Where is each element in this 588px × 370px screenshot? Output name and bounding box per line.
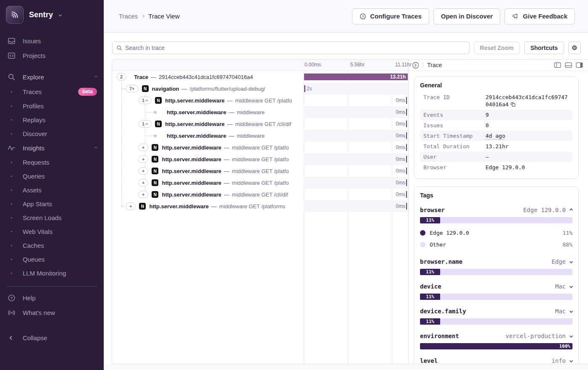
breadcrumb-traces-link[interactable]: Traces	[119, 13, 138, 20]
expand-toggle[interactable]: 7+	[126, 85, 139, 92]
expand-toggle[interactable]: +	[138, 155, 148, 163]
span-timeline-cell[interactable]: 0ms	[304, 200, 408, 212]
sidebar-item-assets[interactable]: Assets	[0, 183, 104, 197]
trace-tree-row[interactable]: +Nhttp.server.middleware—middleware GET …	[112, 153, 408, 165]
span-row-label[interactable]: http.server.middleware—middleware	[112, 130, 304, 142]
sidebar-item-requests[interactable]: Requests	[0, 155, 104, 169]
sidebar-item-app-starts[interactable]: App Starts	[0, 197, 104, 211]
sidebar-item-replays[interactable]: Replays	[0, 113, 104, 127]
expand-toggle[interactable]: +	[138, 167, 148, 175]
span-duration-bar[interactable]	[406, 97, 407, 104]
span-duration-bar[interactable]	[406, 156, 407, 163]
trace-tree-row[interactable]: http.server.middleware—middleware0ms	[112, 130, 408, 142]
span-row-label[interactable]: +Nhttp.server.middleware—middleware GET …	[112, 200, 304, 212]
trace-tree-row[interactable]: +Nhttp.server.middleware—middleware GET …	[112, 142, 408, 153]
trace-tree-row[interactable]: +Nhttp.server.middleware—middleware GET …	[112, 165, 408, 177]
span-timeline-cell[interactable]: 0ms	[304, 106, 408, 118]
sidebar-item-projects[interactable]: Projects	[0, 48, 104, 63]
span-row-label[interactable]: 1Nhttp.server.middleware—middleware GET …	[112, 94, 304, 106]
trace-tree-row[interactable]: +Nhttp.server.middleware—middleware GET …	[112, 189, 408, 200]
tag-header[interactable]: deviceMac	[420, 283, 572, 290]
span-row-label[interactable]: +Nhttp.server.middleware—middleware GET …	[112, 177, 304, 189]
trace-tree-row[interactable]: +Nhttp.server.middleware—middleware GET …	[112, 200, 408, 212]
span-row-label[interactable]: +Nhttp.server.middleware—middleware GET …	[112, 189, 304, 200]
span-duration-bar[interactable]	[304, 85, 305, 92]
span-timeline-cell[interactable]: 2s	[304, 83, 408, 94]
shortcuts-button[interactable]: Shortcuts	[524, 42, 564, 54]
span-duration-bar[interactable]	[406, 144, 407, 151]
dock-left-icon[interactable]	[554, 62, 561, 68]
tag-header[interactable]: browser.nameEdge	[420, 258, 572, 265]
tag-distribution-bar[interactable]: 11%	[420, 294, 572, 300]
expand-toggle[interactable]: 1	[138, 120, 152, 128]
sidebar-item-what-s-new[interactable]: What's new	[0, 305, 104, 320]
dock-bottom-icon[interactable]	[565, 62, 572, 68]
give-feedback-button[interactable]: Give Feedback	[504, 8, 575, 24]
span-timeline-cell[interactable]: 0ms	[304, 165, 408, 177]
span-row-label[interactable]: http.server.middleware—middleware	[112, 106, 304, 118]
span-timeline-cell[interactable]: 13.21h	[304, 71, 408, 83]
sidebar-item-help[interactable]: ?Help	[0, 291, 104, 305]
sidebar-item-queues[interactable]: Queues	[0, 252, 104, 266]
open-in-discover-button[interactable]: Open in Discover	[433, 8, 500, 24]
sidebar-item-profiles[interactable]: Profiles	[0, 99, 104, 113]
configure-traces-button[interactable]: ?Configure Traces	[352, 8, 429, 24]
expand-toggle[interactable]: +	[138, 179, 148, 186]
expand-toggle[interactable]: +	[138, 144, 148, 151]
trace-tree-row[interactable]: 7+Nnavigation—/platforms/flutter/upload-…	[112, 83, 408, 94]
sidebar-item-caches[interactable]: Caches	[0, 239, 104, 252]
sidebar-item-issues[interactable]: Issues	[0, 34, 104, 48]
span-row-label[interactable]: 7+Nnavigation—/platforms/flutter/upload-…	[112, 83, 304, 94]
span-timeline-cell[interactable]: 0ms	[304, 177, 408, 189]
trace-tree-row[interactable]: +Nhttp.server.middleware—middleware GET …	[112, 177, 408, 189]
tag-legend-row[interactable]: Edge 129.0.011%	[420, 227, 572, 239]
span-row-label[interactable]: +Nhttp.server.middleware—middleware GET …	[112, 153, 304, 165]
tag-distribution-bar[interactable]: 11%	[420, 217, 572, 223]
sidebar-item-queries[interactable]: Queries	[0, 169, 104, 183]
trace-tree-row[interactable]: 1Nhttp.server.middleware—middleware GET …	[112, 118, 408, 130]
dock-right-icon[interactable]	[576, 62, 583, 68]
settings-gear-button[interactable]: ⚙	[568, 42, 581, 54]
tag-header[interactable]: browserEdge 129.0.0	[420, 207, 572, 213]
span-duration-bar[interactable]	[406, 179, 407, 186]
chevron-right-circle-icon[interactable]	[412, 62, 419, 69]
span-row-label[interactable]: 2Trace—2914cceb443c41dca1fc6974704016a4	[112, 71, 304, 83]
search-input[interactable]	[125, 45, 465, 51]
span-duration-bar[interactable]	[406, 109, 407, 115]
span-row-label[interactable]: +Nhttp.server.middleware—middleware GET …	[112, 142, 304, 153]
tag-legend-row[interactable]: Other88%	[420, 239, 572, 250]
span-timeline-cell[interactable]: 0ms	[304, 130, 408, 142]
span-duration-bar[interactable]	[406, 168, 407, 174]
span-duration-bar[interactable]	[406, 121, 407, 127]
tag-distribution-bar[interactable]: 11%	[420, 318, 572, 325]
sidebar-item-screen-loads[interactable]: Screen Loads	[0, 211, 104, 225]
sidebar-item-discover[interactable]: Discover	[0, 127, 104, 141]
sidebar-item-web-vitals[interactable]: Web Vitals	[0, 225, 104, 239]
span-row-label[interactable]: +Nhttp.server.middleware—middleware GET …	[112, 165, 304, 177]
expand-toggle[interactable]: +	[138, 191, 148, 198]
sidebar-section-insights[interactable]: Insights	[0, 141, 104, 155]
reset-zoom-button[interactable]: Reset Zoom	[474, 42, 520, 54]
search-box[interactable]	[112, 42, 470, 54]
tag-distribution-bar[interactable]: 100%	[420, 343, 572, 349]
tag-header[interactable]: levelinfo	[420, 357, 572, 364]
tag-header[interactable]: device.familyMac	[420, 308, 572, 315]
span-duration-bar[interactable]	[406, 132, 407, 139]
sidebar-item-llm-monitoring[interactable]: LLM Monitoring	[0, 266, 104, 280]
span-timeline-cell[interactable]: 0ms	[304, 142, 408, 153]
expand-toggle[interactable]: 2	[116, 73, 126, 81]
span-duration-bar[interactable]	[406, 203, 407, 210]
sidebar-section-explore[interactable]: Explore	[0, 70, 104, 84]
org-switcher[interactable]: Sentry	[0, 6, 104, 24]
sidebar-item-traces[interactable]: Tracesbeta	[0, 84, 104, 99]
sidebar-collapse-button[interactable]: Collapse	[0, 331, 104, 345]
span-timeline-cell[interactable]: 0ms	[304, 94, 408, 106]
span-timeline-cell[interactable]: 0ms	[304, 189, 408, 200]
span-timeline-cell[interactable]: 0ms	[304, 118, 408, 130]
span-duration-bar[interactable]	[406, 191, 407, 198]
trace-tree-row[interactable]: 2Trace—2914cceb443c41dca1fc6974704016a41…	[112, 71, 408, 83]
trace-tree-row[interactable]: http.server.middleware—middleware0ms	[112, 106, 408, 118]
expand-toggle[interactable]: +	[126, 202, 136, 210]
trace-tree-row[interactable]: 1Nhttp.server.middleware—middleware GET …	[112, 94, 408, 106]
tag-header[interactable]: environmentvercel-production	[420, 333, 572, 339]
